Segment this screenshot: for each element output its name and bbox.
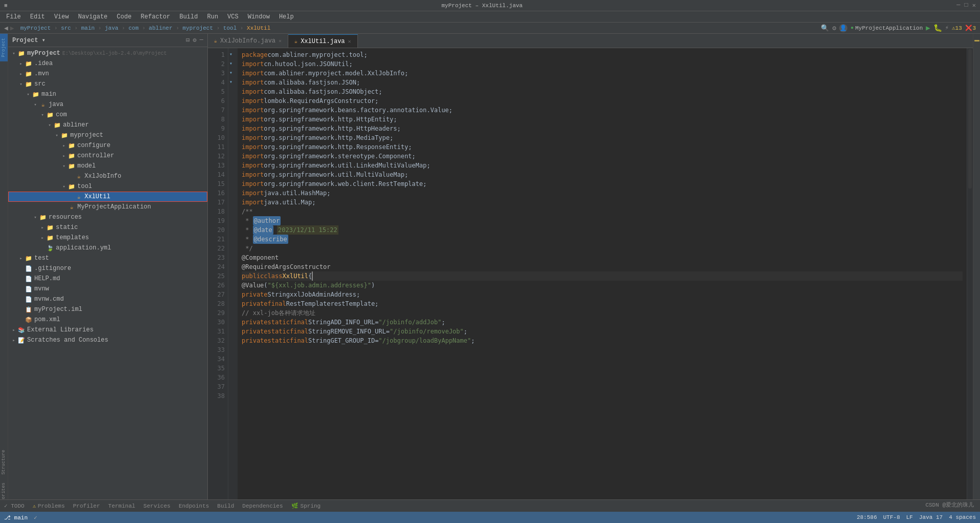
tree-item-MyProjectApplication[interactable]: ☕ MyProjectApplication [8, 202, 207, 212]
window-controls[interactable]: ─ □ ✕ [956, 2, 976, 9]
services-item[interactable]: Services [143, 503, 171, 509]
run-button[interactable]: ▶ [926, 24, 930, 32]
nav-back[interactable]: ◀ [4, 24, 8, 32]
tree-item-tool[interactable]: ▾ 📁 tool [8, 181, 207, 192]
tree-item-HELP[interactable]: 📄 HELP.md [8, 274, 207, 284]
profiler-item[interactable]: Profiler [73, 503, 100, 509]
tree-item-XxlJobInfo[interactable]: ☕ XxlJobInfo [8, 171, 207, 181]
menu-window[interactable]: Window [244, 12, 274, 22]
code-line-12: import org.springframework.http.Response… [242, 142, 963, 152]
menu-code[interactable]: Code [113, 12, 136, 22]
tree-item-mvnwcmd[interactable]: 📄 mvnw.cmd [8, 294, 207, 304]
tree-item-com[interactable]: ▾ 📁 com [8, 110, 207, 120]
tree-item-myProjectiml[interactable]: 📋 myProject.iml [8, 304, 207, 315]
menu-run[interactable]: Run [203, 12, 222, 22]
code-line-21: /** [242, 207, 963, 216]
status-ok: ✓ [34, 514, 37, 521]
title: myProject – XxlUtil.java [8, 3, 957, 9]
menu-navigate[interactable]: Navigate [74, 12, 112, 22]
todo-item[interactable]: ✓ TODO [4, 503, 25, 509]
tree-item-mvn[interactable]: ▸ 📁 .mvn [8, 69, 207, 79]
settings-icon[interactable]: ⚙ [832, 24, 836, 32]
sidebar-project-icon[interactable]: Project [0, 34, 8, 61]
code-line-27: @RequiredArgsConstructor [242, 262, 963, 271]
tree-item-external-libs[interactable]: ▸ 📚 External Libraries [8, 325, 207, 335]
file-tree: ▾ 📁 myProject E:\Desktop\xxl-job-2.4.0\m… [8, 47, 207, 512]
coverage-button[interactable]: ⚡ [945, 24, 949, 32]
panel-collapse-icon[interactable]: ⊟ [186, 36, 189, 44]
encoding-indicator[interactable]: UTF-8 [883, 514, 900, 520]
code-line-3: import cn.hutool.json.JSONUtil; [242, 59, 963, 69]
code-line-7: import lombok.RequiredArgsConstructor; [242, 96, 963, 106]
tree-item-idea[interactable]: ▸ 📁 .idea [8, 58, 207, 69]
tree-item-controller[interactable]: ▸ 📁 controller [8, 151, 207, 161]
tab-XxlUtil[interactable]: ☕ XxlUtil.java ✕ [288, 34, 357, 48]
search-icon[interactable]: 🔍 [821, 24, 829, 32]
tree-item-templates[interactable]: ▸ 📁 templates [8, 233, 207, 243]
indent-indicator[interactable]: 4 spaces [949, 514, 976, 520]
menu-help[interactable]: Help [275, 12, 298, 22]
run-config[interactable]: ● MyProjectApplication [850, 25, 923, 31]
code-line-13: import org.springframework.stereotype.Co… [242, 152, 963, 161]
tab-close-active-icon[interactable]: ✕ [348, 38, 351, 45]
minimize-btn[interactable]: ─ [956, 2, 960, 9]
spring-item[interactable]: 🌿 Spring [291, 503, 321, 509]
right-sidebar [973, 34, 980, 512]
code-line-36: private static final String ADD_INFO_URL… [242, 318, 963, 327]
menu-build[interactable]: Build [175, 12, 202, 22]
window-menu[interactable]: ■ [4, 3, 8, 9]
git-branch-icon[interactable]: ⎇ main [4, 514, 28, 521]
terminal-item[interactable]: Terminal [108, 503, 135, 509]
tab-close-icon[interactable]: ✕ [279, 38, 282, 44]
code-line-38: private static final String GET_GROUP_ID… [242, 336, 963, 345]
tree-item-scratches[interactable]: ▸ 📝 Scratches and Consoles [8, 335, 207, 345]
maximize-btn[interactable]: □ [965, 2, 968, 9]
tree-item-src[interactable]: ▾ 📁 src [8, 79, 207, 89]
panel-gear-icon[interactable]: ⚙ [193, 36, 197, 44]
dependencies-item[interactable]: Dependencies [242, 503, 283, 509]
nav-forward[interactable]: ▶ [10, 24, 14, 32]
tree-item-main[interactable]: ▾ 📁 main [8, 89, 207, 99]
menu-refactor[interactable]: Refactor [137, 12, 175, 22]
tree-item-mvnw[interactable]: 📄 mvnw [8, 284, 207, 294]
status-bar: ⎇ main ✓ 28:586 UTF-8 LF Java 17 4 space… [0, 512, 980, 523]
menu-vcs[interactable]: VCS [223, 12, 243, 22]
tree-item-static[interactable]: ▸ 📁 static [8, 222, 207, 233]
tree-item-XxlUtil[interactable]: ☕ XxlUtil [8, 192, 207, 202]
tree-item-pomxml[interactable]: 📦 pom.xml [8, 315, 207, 325]
tree-item-myproject[interactable]: ▾ 📁 myproject [8, 130, 207, 140]
debug-button[interactable]: 🐛 [933, 24, 942, 32]
menu-view[interactable]: View [50, 12, 73, 22]
close-btn[interactable]: ✕ [972, 2, 976, 9]
menu-file[interactable]: File [2, 12, 25, 22]
warnings-indicator[interactable]: ⚠13 ❌3 [952, 25, 976, 31]
code-line-10: import org.springframework.http.HttpHead… [242, 124, 963, 133]
endpoints-item[interactable]: Endpoints [179, 503, 209, 509]
tree-item-abliner[interactable]: ▾ 📁 abliner [8, 120, 207, 130]
left-sidebar: Project Structure Favorites [0, 34, 8, 512]
editor-area: ☕ XxlJobInfo.java ✕ ☕ XxlUtil.java ✕ 123… [208, 34, 973, 512]
problems-item[interactable]: ⚠ Problems [33, 503, 65, 509]
code-line-4: import com.abliner.myproject.model.XxlJo… [242, 69, 963, 78]
tree-item-model[interactable]: ▾ 📁 model [8, 161, 207, 171]
code-line-16: import org.springframework.web.client.Re… [242, 179, 963, 189]
tree-item-resources[interactable]: ▾ 📁 resources [8, 212, 207, 222]
panel-close-icon[interactable]: — [200, 36, 203, 44]
tree-item-test[interactable]: ▸ 📁 test [8, 253, 207, 263]
tree-item-myProject[interactable]: ▾ 📁 myProject E:\Desktop\xxl-job-2.4.0\m… [8, 48, 207, 58]
code-content[interactable]: package com.abliner.myproject.tool; impo… [238, 48, 967, 512]
tab-label: XxlJobInfo.java [220, 37, 275, 45]
tree-item-configure[interactable]: ▸ 📁 configure [8, 140, 207, 151]
build-item[interactable]: Build [217, 503, 234, 509]
tree-item-gitignore[interactable]: 📄 .gitignore [8, 263, 207, 274]
profile-icon[interactable]: 👤 [839, 24, 847, 32]
code-line-28: public class XxlUtil { [242, 271, 963, 281]
tab-XxlJobInfo[interactable]: ☕ XxlJobInfo.java ✕ [208, 34, 288, 48]
sidebar-structure-icon[interactable]: Structure [0, 446, 8, 479]
line-ending-indicator[interactable]: LF [906, 514, 913, 520]
todo-label: ✓ TODO [4, 503, 25, 509]
tree-item-java[interactable]: ▾ ☕ java [8, 99, 207, 110]
code-line-14: import org.springframework.util.LinkedMu… [242, 161, 963, 170]
menu-edit[interactable]: Edit [26, 12, 49, 22]
tree-item-application-yml[interactable]: 🍃 application.yml [8, 243, 207, 253]
